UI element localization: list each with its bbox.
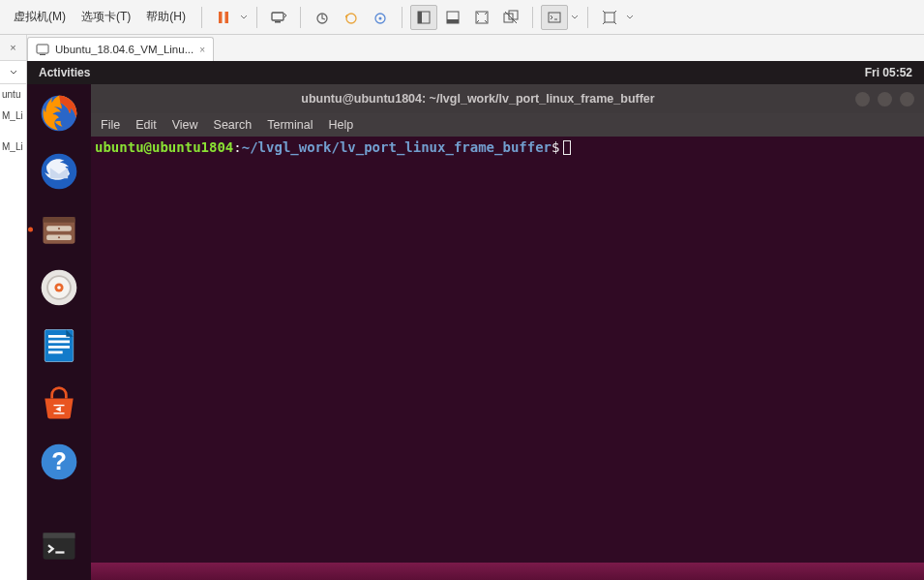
vm-icon [36,43,49,56]
svg-rect-2 [272,13,283,20]
pause-dropdown[interactable] [239,14,249,21]
svg-rect-11 [447,19,459,23]
svg-rect-0 [219,12,223,23]
gnome-top-bar: Activities Fri 05:52 [27,61,924,84]
console-dropdown[interactable] [570,14,580,21]
view-fullscreen-button[interactable] [468,5,495,30]
terminal-menu-terminal[interactable]: Terminal [267,118,313,132]
view-sidebar-button[interactable] [410,5,437,30]
svg-rect-17 [605,13,614,22]
svg-point-27 [58,236,60,238]
terminal-menu-view[interactable]: View [172,118,198,132]
tab-bar: × Ubuntu_18.04.6_VM_Linu... × [0,35,924,61]
svg-rect-36 [48,346,70,349]
dock-ubuntu-software-icon[interactable] [36,381,82,427]
library-entry[interactable]: M_Li [0,106,26,127]
svg-point-5 [346,14,356,23]
terminal-cursor [563,140,571,155]
view-bottombar-button[interactable] [439,5,466,30]
ubuntu-dock: ? [27,84,91,580]
pause-button[interactable] [210,5,237,30]
console-button[interactable] [541,5,568,30]
vmware-menubar: 虚拟机(M) 选项卡(T) 帮助(H) [6,0,194,34]
menu-help[interactable]: 帮助(H) [138,5,194,29]
library-entry[interactable]: M_Li [0,137,26,158]
terminal-window: ubuntu@ubuntu1804: ~/lvgl_work/lv_port_l… [91,84,924,563]
svg-text:?: ? [51,447,67,474]
dock-libreoffice-writer-icon[interactable] [36,322,82,369]
library-entry[interactable]: untu [0,84,26,106]
prompt-colon: : [233,139,241,155]
svg-rect-35 [48,341,70,344]
dock-thunderbird-icon[interactable] [36,148,82,195]
clock[interactable]: Fri 05:52 [865,66,912,79]
activities-button[interactable]: Activities [39,66,90,79]
svg-rect-23 [44,217,75,223]
guest-viewport: Activities Fri 05:52 [27,61,924,580]
menu-tabs[interactable]: 选项卡(T) [74,5,138,29]
prompt-user: ubuntu@ubuntu1804 [95,139,233,155]
dock-rhythmbox-icon[interactable] [36,264,82,311]
send-ctrl-alt-del-button[interactable] [265,5,292,30]
view-unity-button[interactable] [497,5,524,30]
library-sidebar: untu M_Li M_Li [0,61,27,580]
prompt-path: ~/lvgl_work/lv_port_linux_frame_buffer [242,139,551,155]
dock-firefox-icon[interactable] [36,90,82,137]
vmware-toolbar: 虚拟机(M) 选项卡(T) 帮助(H) [0,0,924,35]
terminal-menubar: File Edit View Search Terminal Help [91,113,924,137]
terminal-body[interactable]: ubuntu@ubuntu1804:~/lvgl_work/lv_port_li… [91,137,924,563]
snapshot-manage-button[interactable] [367,5,394,30]
menu-vm[interactable]: 虚拟机(M) [6,5,74,29]
svg-point-31 [57,286,61,290]
window-minimize-button[interactable] [855,92,870,107]
svg-rect-38 [54,405,65,406]
terminal-title: ubuntu@ubuntu1804: ~/lvgl_work/lv_port_l… [101,92,855,106]
sidebar-close-button[interactable]: × [0,35,26,61]
svg-rect-3 [275,21,281,23]
dock-files-icon[interactable] [36,206,82,253]
stretch-dropdown[interactable] [625,14,635,21]
svg-rect-37 [48,351,63,354]
svg-point-26 [58,228,60,229]
svg-rect-44 [44,533,75,538]
snapshot-take-button[interactable] [309,5,336,30]
window-close-button[interactable] [900,92,914,107]
svg-rect-19 [40,54,45,55]
svg-rect-16 [549,13,560,22]
prompt-dollar: $ [551,139,559,155]
sidebar-dropdown[interactable] [0,61,26,84]
svg-rect-9 [418,12,422,23]
svg-rect-39 [54,412,65,413]
svg-rect-18 [37,45,48,53]
dock-help-icon[interactable]: ? [36,439,82,485]
vm-tab-label: Ubuntu_18.04.6_VM_Linu... [55,44,194,55]
vm-tab-close[interactable]: × [199,45,205,55]
running-indicator-icon [28,228,33,232]
stretch-button[interactable] [596,5,623,30]
dock-terminal-icon[interactable] [36,524,82,570]
vm-tab[interactable]: Ubuntu_18.04.6_VM_Linu... × [27,37,214,61]
terminal-menu-edit[interactable]: Edit [135,118,157,132]
window-maximize-button[interactable] [878,92,892,107]
terminal-menu-file[interactable]: File [101,118,120,132]
snapshot-revert-button[interactable] [338,5,365,30]
svg-point-7 [379,16,382,19]
terminal-prompt: ubuntu@ubuntu1804:~/lvgl_work/lv_port_li… [95,138,920,158]
terminal-menu-search[interactable]: Search [214,118,253,132]
svg-rect-1 [225,12,229,23]
desktop-background [91,563,924,580]
terminal-titlebar[interactable]: ubuntu@ubuntu1804: ~/lvgl_work/lv_port_l… [91,84,924,113]
terminal-menu-help[interactable]: Help [328,118,353,132]
